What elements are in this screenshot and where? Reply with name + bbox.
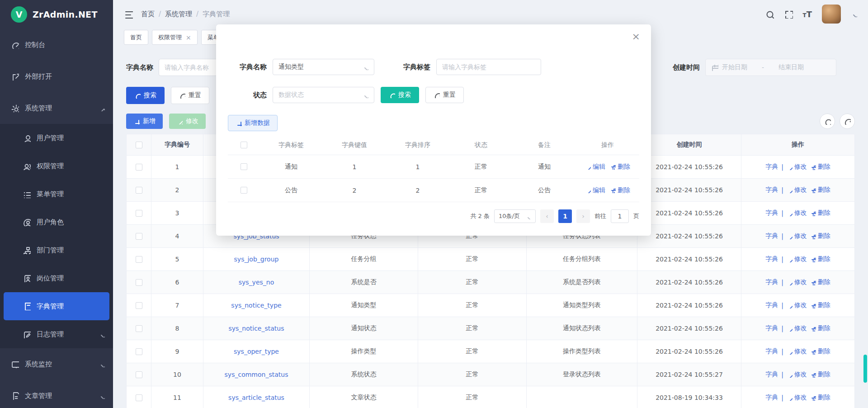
menu-fold-icon[interactable] [124, 9, 133, 19]
tab-home[interactable]: 首页 [124, 30, 148, 45]
select-all-checkbox[interactable] [241, 142, 247, 148]
add-button[interactable]: 新增 [126, 114, 163, 129]
row-checkbox[interactable] [136, 210, 142, 217]
op-edit-link[interactable]: 修改 [787, 324, 807, 332]
sidebar-item-dictionary[interactable]: 字典管理 [4, 292, 109, 320]
row-checkbox[interactable] [136, 348, 142, 355]
row-checkbox[interactable] [136, 325, 142, 332]
op-edit-link[interactable]: 修改 [787, 186, 807, 194]
op-dict-link[interactable]: 字典 [765, 186, 778, 194]
op-dict-link[interactable]: 字典 [765, 394, 778, 402]
op-delete-link[interactable]: 删除 [810, 186, 830, 194]
op-dict-link[interactable]: 字典 [765, 301, 778, 309]
op-edit-link[interactable]: 修改 [787, 278, 807, 286]
page-1-button[interactable]: 1 [558, 209, 572, 223]
row-checkbox[interactable] [136, 394, 142, 401]
dict-type-link[interactable]: sys_oper_type [234, 348, 279, 355]
sidebar-item-users[interactable]: 用户管理 [0, 124, 113, 152]
dict-type-link[interactable]: sys_job_group [234, 256, 279, 263]
breadcrumb-home[interactable]: 首页 [141, 10, 155, 19]
op-edit-link[interactable]: 修改 [787, 370, 807, 379]
search-icon[interactable] [765, 9, 774, 19]
op-dict-link[interactable]: 字典 [765, 255, 778, 263]
add-dict-data-button[interactable]: 新增数据 [228, 115, 278, 131]
status-select[interactable]: 数据状态 [273, 87, 374, 103]
row-checkbox[interactable] [136, 256, 142, 263]
op-edit-link[interactable]: 修改 [787, 301, 807, 309]
op-dict-link[interactable]: 字典 [765, 163, 778, 171]
op-edit-link[interactable]: 编辑 [585, 163, 605, 171]
reset-button[interactable]: 重置 [171, 87, 209, 104]
sidebar-item-monitor[interactable]: 系统监控 [0, 348, 113, 380]
op-dict-link[interactable]: 字典 [765, 324, 778, 332]
op-delete-link[interactable]: 删除 [810, 347, 830, 356]
dialog-search-button[interactable]: 搜索 [381, 87, 419, 103]
next-page-button[interactable]: › [576, 209, 590, 223]
dict-label-input[interactable] [442, 63, 521, 71]
font-size-icon[interactable]: T T [803, 9, 812, 19]
close-icon[interactable]: × [186, 34, 191, 41]
prev-page-button[interactable]: ‹ [540, 209, 554, 223]
row-checkbox[interactable] [241, 187, 247, 194]
row-checkbox[interactable] [136, 279, 142, 286]
tab-permissions[interactable]: 权限管理 × [152, 30, 198, 45]
jump-page-input[interactable] [611, 210, 628, 223]
dict-type-link[interactable]: sys_article_status [228, 394, 284, 401]
op-dict-link[interactable]: 字典 [765, 209, 778, 217]
breadcrumb-system[interactable]: 系统管理 [165, 10, 192, 19]
select-all-checkbox[interactable] [136, 142, 142, 148]
sidebar-item-external[interactable]: 外部打开 [0, 61, 113, 92]
op-delete-link[interactable]: 删除 [610, 163, 630, 171]
op-edit-link[interactable]: 修改 [787, 232, 807, 240]
op-delete-link[interactable]: 删除 [810, 232, 830, 240]
op-dict-link[interactable]: 字典 [765, 278, 778, 286]
op-edit-link[interactable]: 修改 [787, 209, 807, 217]
mini-search-button[interactable] [820, 114, 835, 129]
sidebar-item-user-roles[interactable]: 用户角色 [0, 208, 113, 236]
dialog-close-icon[interactable]: × [632, 32, 640, 42]
row-checkbox[interactable] [136, 302, 142, 309]
page-size-select[interactable]: 10条/页 [494, 209, 536, 223]
sidebar-item-dashboard[interactable]: 控制台 [0, 29, 113, 61]
dict-type-link[interactable]: sys_notice_status [228, 325, 284, 332]
dict-type-link[interactable]: sys_notice_type [231, 302, 281, 309]
avatar[interactable] [822, 5, 841, 24]
sidebar-item-permissions[interactable]: 权限管理 [0, 152, 113, 180]
edit-button[interactable]: 修改 [169, 114, 206, 129]
op-delete-link[interactable]: 删除 [810, 209, 830, 217]
op-delete-link[interactable]: 删除 [810, 278, 830, 286]
date-range-picker[interactable]: 开始日期 - 结束日期 [705, 59, 836, 76]
chevron-down-icon[interactable] [851, 11, 857, 17]
row-checkbox[interactable] [136, 187, 142, 194]
sidebar-item-departments[interactable]: 部门管理 [0, 236, 113, 264]
mini-refresh-button[interactable] [840, 114, 855, 129]
op-edit-link[interactable]: 修改 [787, 163, 807, 171]
op-edit-link[interactable]: 修改 [787, 255, 807, 263]
op-edit-link[interactable]: 修改 [787, 394, 807, 402]
dialog-reset-button[interactable]: 重置 [425, 87, 464, 103]
dict-name-select[interactable]: 通知类型 [273, 59, 374, 75]
op-dict-link[interactable]: 字典 [765, 347, 778, 356]
sidebar-item-posts[interactable]: 岗位管理 [0, 264, 113, 292]
dict-type-link[interactable]: sys_yes_no [239, 279, 274, 286]
search-button[interactable]: 搜索 [126, 87, 165, 104]
row-checkbox[interactable] [136, 371, 142, 378]
op-delete-link[interactable]: 删除 [810, 255, 830, 263]
op-delete-link[interactable]: 删除 [810, 163, 830, 171]
row-checkbox[interactable] [136, 233, 142, 240]
sidebar-item-menus[interactable]: 菜单管理 [0, 180, 113, 208]
fullscreen-icon[interactable] [784, 9, 793, 19]
op-edit-link[interactable]: 修改 [787, 347, 807, 356]
op-dict-link[interactable]: 字典 [765, 370, 778, 379]
sidebar-item-articles[interactable]: 文章管理 [0, 380, 113, 408]
sidebar-item-system[interactable]: 系统管理 [0, 92, 113, 124]
dict-type-link[interactable]: sys_common_status [225, 371, 288, 378]
op-delete-link[interactable]: 删除 [810, 370, 830, 379]
op-delete-link[interactable]: 删除 [810, 324, 830, 332]
op-delete-link[interactable]: 删除 [610, 186, 630, 195]
row-checkbox[interactable] [241, 163, 247, 170]
op-delete-link[interactable]: 删除 [810, 394, 830, 402]
op-edit-link[interactable]: 编辑 [585, 186, 605, 195]
op-dict-link[interactable]: 字典 [765, 232, 778, 240]
scrollbar-thumb[interactable] [863, 355, 867, 383]
